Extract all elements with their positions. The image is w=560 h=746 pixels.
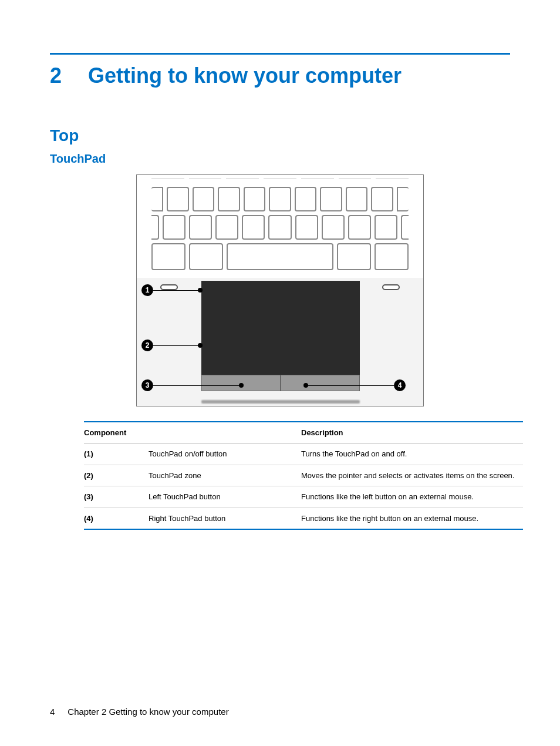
- component-table: Component Description (1) TouchPad on/of…: [84, 421, 523, 530]
- callout-3: 3: [141, 379, 153, 391]
- subsection-heading: TouchPad: [50, 152, 510, 166]
- row-index: (3): [84, 486, 149, 508]
- table-header-spacer: [149, 422, 301, 443]
- chapter-title: 2Getting to know your computer: [50, 63, 510, 88]
- footer-text: Chapter 2 Getting to know your computer: [68, 707, 228, 717]
- row-description: Turns the TouchPad on and off.: [301, 443, 523, 465]
- callout-2: 2: [141, 340, 153, 351]
- row-component: TouchPad zone: [149, 465, 301, 486]
- chapter-title-text: Getting to know your computer: [88, 63, 402, 88]
- callout-4: 4: [394, 379, 406, 391]
- row-component: Right TouchPad button: [149, 508, 301, 529]
- callout-1: 1: [141, 284, 153, 296]
- row-index: (2): [84, 465, 149, 486]
- row-component: TouchPad on/off button: [149, 443, 301, 465]
- table-row: (3) Left TouchPad button Functions like …: [84, 486, 523, 508]
- page-footer: 4 Chapter 2 Getting to know your compute…: [50, 707, 229, 717]
- table-header-description: Description: [301, 422, 523, 443]
- row-description: Moves the pointer and selects or activat…: [301, 465, 523, 486]
- touchpad-diagram: 1 2 3 4: [136, 174, 424, 406]
- chapter-rule: [50, 53, 510, 55]
- row-description: Functions like the right button on an ex…: [301, 508, 523, 529]
- table-row: (1) TouchPad on/off button Turns the Tou…: [84, 443, 523, 465]
- chapter-number: 2: [50, 63, 88, 88]
- row-description: Functions like the left button on an ext…: [301, 486, 523, 508]
- row-index: (4): [84, 508, 149, 529]
- table-row: (2) TouchPad zone Moves the pointer and …: [84, 465, 523, 486]
- page-number: 4: [50, 707, 55, 717]
- table-header-component: Component: [84, 422, 149, 443]
- row-component: Left TouchPad button: [149, 486, 301, 508]
- table-row: (4) Right TouchPad button Functions like…: [84, 508, 523, 529]
- figure-container: 1 2 3 4: [50, 174, 510, 406]
- row-index: (1): [84, 443, 149, 465]
- section-heading: Top: [50, 126, 510, 145]
